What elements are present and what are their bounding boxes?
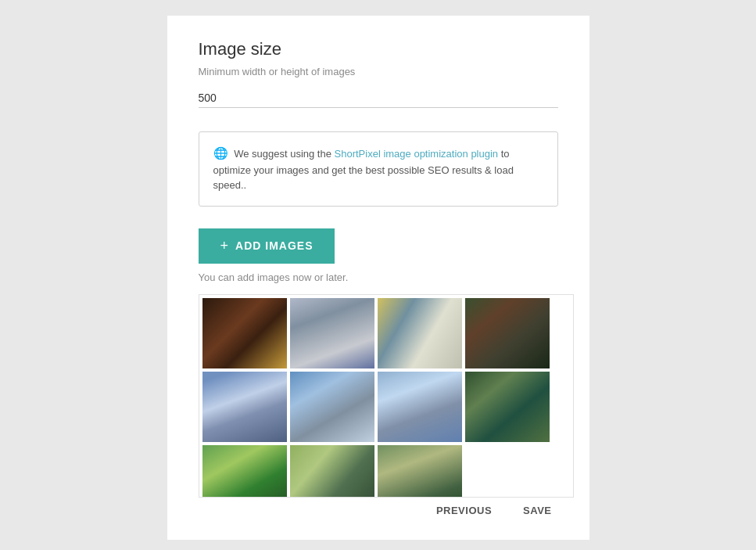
page-wrapper: Image size Minimum width or height of im…	[0, 0, 756, 550]
section-title: Image size	[199, 39, 558, 59]
image-cell-9[interactable]	[202, 445, 287, 497]
main-panel: Image size Minimum width or height of im…	[167, 16, 589, 540]
image-cell-8[interactable]	[465, 372, 550, 442]
save-button[interactable]: SAVE	[517, 500, 557, 521]
footer-actions: PREVIOUS SAVE	[430, 500, 558, 521]
images-scroll-area[interactable]	[199, 295, 573, 497]
suggestion-box: 🌐 We suggest using the ShortPixel image …	[199, 131, 558, 207]
globe-icon: 🌐	[213, 145, 228, 163]
image-cell-4[interactable]	[465, 298, 550, 368]
plus-icon: +	[220, 238, 230, 254]
image-cell-1[interactable]	[202, 298, 287, 368]
section-subtitle: Minimum width or height of images	[199, 66, 558, 77]
image-cell-3[interactable]	[378, 298, 462, 368]
image-cell-11[interactable]	[378, 445, 462, 497]
add-images-label: ADD IMAGES	[235, 239, 313, 252]
image-cell-7[interactable]	[378, 372, 462, 442]
images-grid-container	[199, 294, 574, 498]
image-size-input[interactable]	[199, 88, 558, 108]
add-images-button[interactable]: + ADD IMAGES	[199, 228, 335, 264]
suggestion-text-before: We suggest using the	[234, 148, 334, 160]
images-grid	[199, 295, 573, 497]
image-cell-10[interactable]	[290, 445, 374, 497]
previous-button[interactable]: PREVIOUS	[430, 500, 498, 521]
shortpixel-link[interactable]: ShortPixel image optimization plugin	[335, 148, 499, 160]
image-cell-6[interactable]	[290, 372, 374, 442]
add-images-hint: You can add images now or later.	[199, 271, 558, 283]
image-cell-5[interactable]	[202, 372, 287, 442]
image-cell-2[interactable]	[290, 298, 374, 368]
